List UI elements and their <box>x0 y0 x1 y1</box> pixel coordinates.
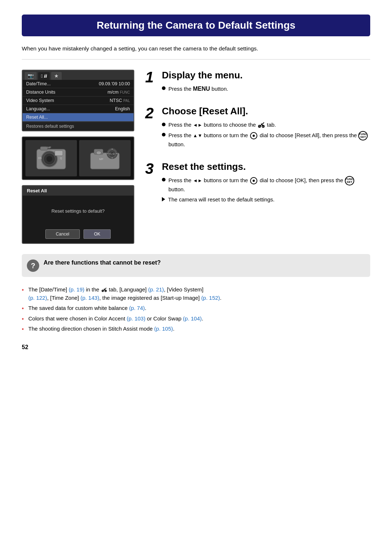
faq-item-2: The saved data for custom white balance … <box>22 304 370 312</box>
step-bullet-3-2: The camera will reset to the default set… <box>162 196 370 204</box>
step-2: 2 Choose [Reset All]. Press the ◄► butto… <box>145 106 370 151</box>
menu-row-language: Language... English <box>23 105 134 113</box>
link-p143[interactable]: (p. 143) <box>81 295 99 301</box>
menu-rows: Date/Time... 09.09.'09 10:00 Distance Un… <box>23 80 134 122</box>
step-text-2-2: Press the ▲▼ buttons or turn the dial to… <box>168 131 370 149</box>
step-heading-2: Choose [Reset All]. <box>162 106 370 117</box>
menu-tooltip: Restores default settings <box>23 122 134 131</box>
step-text-1-1: Press the MENU button. <box>168 85 228 93</box>
step-bullet-3-1: Press the ◄► buttons or turn the dial to… <box>162 176 370 194</box>
svg-text:MF: MF <box>99 158 103 161</box>
menu-value-language: English <box>115 106 130 111</box>
step-1: 1 Display the menu. Press the MENU butto… <box>145 70 370 95</box>
arrow-icon <box>162 197 165 201</box>
nav-up-down-icon: ▲▼ <box>193 132 203 139</box>
step-content-3: Reset the settings. Press the ◄► buttons… <box>162 161 370 206</box>
bullet-dot <box>162 123 166 126</box>
link-p122[interactable]: (p. 122) <box>28 295 47 301</box>
camera-img-left: MF Q DS FUNC <box>25 140 77 176</box>
bullet-dot <box>162 133 166 136</box>
faq-item-1: The [Date/Time] (p. 19) in the tab, [Lan… <box>22 286 370 302</box>
menu-value-datetime: 09.09.'09 10:00 <box>99 81 130 86</box>
faq-item-3: Colors that were chosen in Color Accent … <box>22 315 370 323</box>
menu-label-resetall: Reset All... <box>26 115 48 120</box>
svg-text:Q: Q <box>60 157 62 160</box>
camera-svg-right: FUNC MF <box>89 142 121 175</box>
svg-text:FUNC: FUNC <box>109 153 115 155</box>
step-bullet-1-1: Press the MENU button. <box>162 85 370 93</box>
camera-svg-left: MF Q DS FUNC <box>35 142 68 175</box>
menu-keyword: MENU <box>193 86 210 92</box>
step-3: 3 Reset the settings. Press the ◄► butto… <box>145 161 370 206</box>
svg-text:DS
          
          
     : DS FUNC <box>38 157 42 159</box>
link-p152[interactable]: (p. 152) <box>201 295 220 301</box>
reset-dialog: Reset All Reset settings to default? Can… <box>22 185 134 244</box>
link-p19[interactable]: (p. 19) <box>69 286 84 293</box>
menu-label-distance: Distance Units <box>26 90 56 95</box>
nav-left-right-icon-2: ◄► <box>193 177 203 184</box>
menu-row-datetime: Date/Time... 09.09.'09 10:00 <box>23 80 134 88</box>
step-heading-1: Display the menu. <box>162 70 370 81</box>
step-text-2-1: Press the ◄► buttons to choose the tab. <box>168 121 276 129</box>
link-p104[interactable]: (p. 104) <box>183 315 202 322</box>
step-text-3-1: Press the ◄► buttons or turn the dial to… <box>168 176 370 194</box>
main-content: 📷 𕻁 ⅈⅈ ★ Date/Time... 09.09.'09 10:00 Di… <box>22 70 370 244</box>
menu-tab-tools: 𕻁 ⅈⅈ <box>38 72 50 80</box>
menu-label-language: Language... <box>26 106 50 111</box>
func-set-icon: FUNCSET <box>358 131 368 140</box>
page-number: 52 <box>22 344 370 351</box>
step-number-3: 3 <box>145 161 157 176</box>
step-text-3-2: The camera will reset to the default set… <box>168 196 274 204</box>
reset-dialog-body: Reset settings to default? <box>23 196 134 226</box>
link-p103[interactable]: (p. 103) <box>127 315 146 322</box>
link-p74[interactable]: (p. 74) <box>129 305 145 311</box>
tools-tab-icon-small <box>101 287 107 293</box>
faq-content: Are there functions that cannot be reset… <box>44 259 161 266</box>
bullet-dot <box>162 178 166 181</box>
camera-img-right: FUNC MF <box>79 140 131 176</box>
faq-heading: Are there functions that cannot be reset… <box>44 259 161 266</box>
faq-item-4: The shooting direction chosen in Stitch … <box>22 325 370 333</box>
menu-tabs: 📷 𕻁 ⅈⅈ ★ <box>23 70 134 80</box>
faq-question-icon: ? <box>27 259 39 272</box>
menu-label-video: Video System <box>26 98 54 103</box>
link-p105[interactable]: (p. 105) <box>154 326 173 332</box>
step-heading-3: Reset the settings. <box>162 161 370 172</box>
nav-left-right-icon: ◄► <box>193 122 203 129</box>
dial-icon <box>250 132 257 139</box>
step-bullet-2-2: Press the ▲▼ buttons or turn the dial to… <box>162 131 370 149</box>
link-p21[interactable]: (p. 21) <box>148 286 164 293</box>
step-number-2: 2 <box>145 106 157 121</box>
right-column: 1 Display the menu. Press the MENU butto… <box>145 70 370 244</box>
step-number-1: 1 <box>145 70 157 85</box>
func-set-icon-2: FUNCSET <box>345 176 354 185</box>
menu-row-resetall: Reset All... <box>23 113 134 122</box>
menu-label-datetime: Date/Time... <box>26 81 51 86</box>
dial-icon-2 <box>250 177 257 184</box>
tools-tab-icon <box>257 122 265 128</box>
menu-row-distance: Distance Units m/cm FUNC <box>23 88 134 97</box>
menu-screenshot: 📷 𕻁 ⅈⅈ ★ Date/Time... 09.09.'09 10:00 Di… <box>22 70 134 131</box>
ok-button[interactable]: OK <box>83 229 111 239</box>
page-title-box: Returning the Camera to Default Settings <box>22 15 370 36</box>
intro-text: When you have mistakenly changed a setti… <box>22 44 370 60</box>
svg-rect-4 <box>40 147 48 150</box>
menu-value-distance: m/cm FUNC <box>107 90 130 95</box>
faq-bullet-list: The [Date/Time] (p. 19) in the tab, [Lan… <box>22 286 370 333</box>
faq-box: ? Are there functions that cannot be res… <box>22 254 370 277</box>
page-title: Returning the Camera to Default Settings <box>29 20 363 31</box>
reset-dialog-title: Reset All <box>23 186 134 196</box>
svg-rect-5 <box>55 151 63 156</box>
menu-value-video: NTSC PAL <box>110 98 130 103</box>
step-content-1: Display the menu. Press the MENU button. <box>162 70 370 95</box>
menu-tab-camera: 📷 <box>25 72 37 80</box>
camera-images: MF Q DS FUNC <box>22 136 134 180</box>
cancel-button[interactable]: Cancel <box>45 229 80 239</box>
reset-dialog-buttons: Cancel OK <box>23 226 134 243</box>
step-bullet-2-1: Press the ◄► buttons to choose the tab. <box>162 121 370 129</box>
menu-tab-star: ★ <box>51 72 62 80</box>
bullet-dot <box>162 86 166 90</box>
left-column: 📷 𕻁 ⅈⅈ ★ Date/Time... 09.09.'09 10:00 Di… <box>22 70 134 244</box>
svg-text:MF: MF <box>48 146 51 149</box>
menu-row-video: Video System NTSC PAL <box>23 97 134 105</box>
